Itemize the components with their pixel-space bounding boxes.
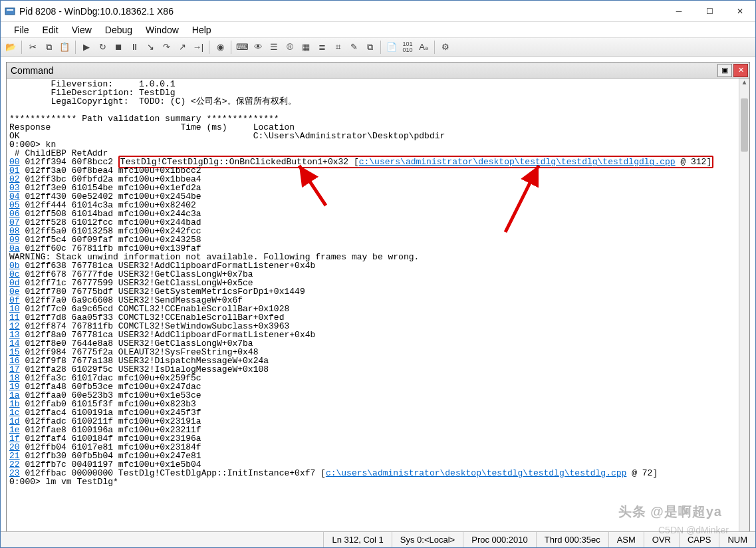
watermark: 头条 @是啊超ya [618,503,722,521]
cut-icon[interactable]: ✂ [25,40,40,55]
annotation-arrow-icon [293,162,332,209]
step-into-icon[interactable]: ↘ [143,40,158,55]
registers-window-icon[interactable]: ® [283,40,297,55]
source-link[interactable]: c:\users\administrator\desktop\testdlg\t… [326,468,626,478]
status-ln-col: Ln 312, Col 1 [323,532,391,547]
processes-window-icon[interactable]: ⧉ [362,40,377,55]
menu-view[interactable]: View [65,23,98,37]
disasm-window-icon[interactable]: ⌗ [330,40,345,55]
command-window-icon[interactable]: ⌨ [235,40,249,55]
menu-debug[interactable]: Debug [98,23,139,37]
menu-window[interactable]: Window [139,23,186,37]
run-to-cursor-icon[interactable]: →| [191,40,205,55]
annotation-arrow-icon [499,162,545,235]
toolbar: 📂 ✂ ⧉ 📋 ▶ ↻ ⏹ ⏸ ↘ ↷ ↗ →| ◉ ⌨ 👁 ☰ ® ▦ ≣ ⌗… [1,38,755,57]
menu-edit[interactable]: Edit [36,23,65,37]
toolbar-sep [231,41,231,54]
toolbar-sep [21,41,22,54]
source-mode-icon[interactable]: 📄 [384,40,399,55]
command-output[interactable]: Fileversion: 1.0.0.1 FileDescription: Te… [7,78,749,531]
close-button[interactable]: ✕ [725,1,755,21]
stop-icon[interactable]: ⏹ [111,40,126,55]
toolbar-sep [434,41,435,54]
binary-icon[interactable]: 101010 [400,40,415,55]
restart-icon[interactable]: ↻ [95,40,110,55]
breakpoint-icon[interactable]: ◉ [213,40,227,55]
locals-window-icon[interactable]: ☰ [267,40,281,55]
source-link[interactable]: c:\users\administrator\desktop\testdlg\t… [359,157,676,167]
copy-icon[interactable]: ⧉ [41,40,56,55]
menu-help[interactable]: Help [186,23,218,37]
scratch-window-icon[interactable]: ✎ [346,40,361,55]
scroll-up-icon[interactable]: ▲ [739,78,749,89]
status-bar: Ln 312, Col 1 Sys 0:<Local> Proc 000:201… [1,531,755,547]
toolbar-sep [75,41,76,54]
status-asm: ASM [608,532,644,547]
highlighted-frame: TestDlg!CTestDlgDlg::OnBnClickedButton1+… [118,156,713,168]
command-dock-icon[interactable]: ▣ [717,64,732,77]
toolbar-sep [209,41,209,54]
window-titlebar: Pid 8208 - WinDbg:10.0.18362.1 X86 ─ ☐ ✕ [1,1,755,22]
maximize-button[interactable]: ☐ [694,1,725,21]
open-icon[interactable]: 📂 [3,40,18,55]
command-titlebar: Command ▣ ✕ [7,63,749,78]
svg-line-2 [299,166,326,206]
step-over-icon[interactable]: ↷ [159,40,174,55]
callstack-window-icon[interactable]: ≣ [315,40,329,55]
status-sys: Sys 0:<Local> [392,532,463,547]
minimize-button[interactable]: ─ [664,1,694,21]
menu-file[interactable]: File [7,23,36,37]
window-controls: ─ ☐ ✕ [664,1,755,21]
command-window: Command ▣ ✕ Fileversion: 1.0.0.1 FileDes… [6,62,750,531]
svg-rect-1 [7,9,13,11]
command-close-icon[interactable]: ✕ [733,64,748,77]
scroll-thumb[interactable] [741,98,748,152]
paste-icon[interactable]: 📋 [57,40,72,55]
status-spacer [1,532,323,547]
status-thrd: Thrd 000:35ec [536,532,608,547]
menu-bar: File Edit View Debug Window Help [1,22,755,38]
status-proc: Proc 000:2010 [463,532,536,547]
options-icon[interactable]: ⚙ [438,40,453,55]
svg-line-3 [505,166,539,232]
app-icon [5,6,15,17]
vertical-scrollbar[interactable]: ▲ ▼ [739,78,749,531]
go-icon[interactable]: ▶ [79,40,94,55]
toolbar-sep [380,41,381,54]
font-icon[interactable]: Aₐ [416,40,431,55]
memory-window-icon[interactable]: ▦ [299,40,313,55]
watch-window-icon[interactable]: 👁 [251,40,265,55]
window-title: Pid 8208 - WinDbg:10.0.18362.1 X86 [19,6,664,17]
client-area: Command ▣ ✕ Fileversion: 1.0.0.1 FileDes… [1,57,755,531]
svg-rect-0 [5,8,15,15]
step-out-icon[interactable]: ↗ [175,40,189,55]
break-icon[interactable]: ⏸ [127,40,142,55]
command-title: Command [11,65,717,76]
watermark: C5DN @dMinker [658,525,729,535]
